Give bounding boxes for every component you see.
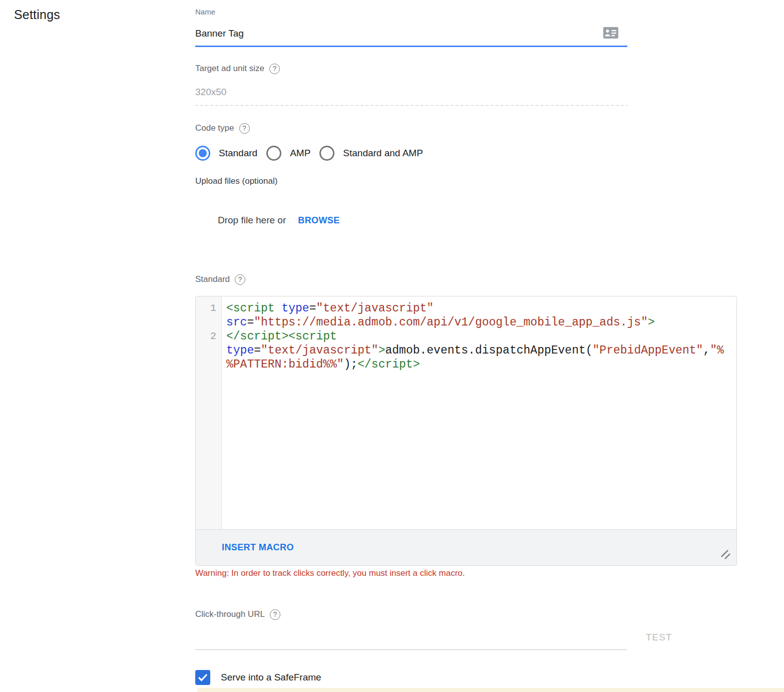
line-number: 1 [196,301,221,329]
help-icon[interactable]: ? [239,123,250,134]
radio-label[interactable]: Standard and AMP [343,147,423,159]
help-icon[interactable]: ? [235,274,245,285]
click-through-url-input[interactable] [195,627,627,650]
form-column: Name Banner Tag Target ad unit size ? 32… [195,0,784,692]
page-title: Settings [14,8,195,22]
upload-files-label: Upload files (optional) [195,176,784,187]
settings-page: Settings Name Banner Tag Target ad unit … [0,0,784,692]
safeframe-row: Serve into a SafeFrame [195,670,784,685]
radio-label[interactable]: AMP [290,147,310,159]
code-line: </script><script [226,329,733,343]
code-editor-footer: INSERT MACRO [196,529,736,565]
radio-icon[interactable] [266,146,281,161]
insert-macro-button[interactable]: INSERT MACRO [222,542,294,553]
radio-option-amp[interactable]: AMP [266,146,310,161]
line-number: 2 [196,329,221,372]
notice-bar [197,688,784,692]
click-through-url-label: Click-through URL ? [195,609,784,620]
target-ad-unit-size-field: Target ad unit size ? 320x50 [195,63,627,106]
code-line: %PATTERN:bidid%%");</script> [226,358,733,372]
radio-label[interactable]: Standard [219,147,257,159]
code-line: src="https://media.admob.com/api/v1/goog… [226,315,733,329]
click-through-url-row: TEST [195,620,678,650]
checkmark-icon [198,673,208,681]
code-editor-body: 12 <script type="text/javascript"src="ht… [196,296,736,529]
test-button[interactable]: TEST [646,632,672,643]
dashed-underline [195,105,627,106]
line-number-gutter: 12 [196,296,222,529]
standard-code-label: Standard ? [195,274,784,285]
help-icon[interactable]: ? [269,64,280,74]
target-size-label: Target ad unit size ? [195,63,627,74]
left-column: Settings [0,0,195,692]
radio-option-standard[interactable]: Standard [195,146,257,161]
code-textarea[interactable]: <script type="text/javascript"src="https… [222,296,736,529]
code-line: type="text/javascript">admob.events.disp… [226,343,733,358]
resize-handle-icon[interactable] [720,549,731,560]
click-macro-warning: Warning: In order to track clicks correc… [195,568,784,579]
code-editor: 12 <script type="text/javascript"src="ht… [195,296,737,566]
target-size-label-text: Target ad unit size [195,63,264,74]
target-size-value: 320x50 [195,86,627,105]
radio-option-standard-and-amp[interactable]: Standard and AMP [319,146,423,161]
radio-icon[interactable] [319,146,334,161]
name-field: Name Banner Tag [195,8,627,47]
safeframe-checkbox[interactable] [195,670,210,685]
help-icon[interactable]: ? [270,609,280,620]
contact-card-icon[interactable] [603,27,618,39]
click-through-label-text: Click-through URL [195,609,265,620]
safeframe-label: Serve into a SafeFrame [221,671,321,683]
drop-file-text: Drop file here or [218,215,286,226]
code-type-field: Code type ? Standard AMP Standard and AM… [195,123,784,161]
radio-icon[interactable] [195,146,210,161]
code-line: <script type="text/javascript" [226,301,733,315]
code-type-label-text: Code type [195,123,234,134]
name-label: Name [195,8,627,17]
browse-button[interactable]: BROWSE [298,215,339,226]
file-drop-zone[interactable]: Drop file here or BROWSE [195,215,784,228]
code-type-radio-group: Standard AMP Standard and AMP [195,146,784,161]
name-input[interactable]: Banner Tag [195,28,627,40]
code-type-label: Code type ? [195,123,784,134]
standard-label-text: Standard [195,274,230,285]
